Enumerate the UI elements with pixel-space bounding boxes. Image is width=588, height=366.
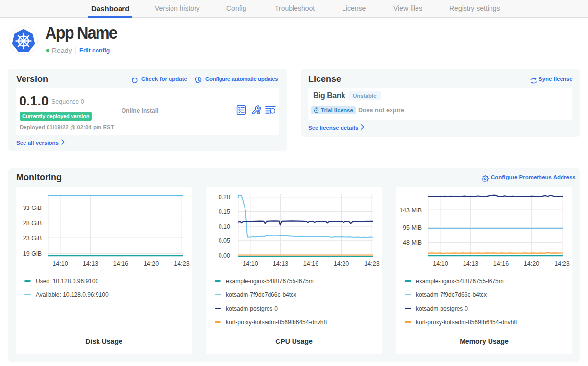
svg-text:95 MiB: 95 MiB — [403, 224, 422, 231]
svg-text:14:16: 14:16 — [493, 261, 509, 267]
svg-text:28 GiB: 28 GiB — [23, 220, 42, 227]
svg-text:0.15: 0.15 — [219, 209, 230, 215]
svg-text:33 GiB: 33 GiB — [23, 205, 42, 211]
svg-text:0.10: 0.10 — [219, 223, 230, 230]
svg-text:14:10: 14:10 — [52, 261, 68, 267]
svg-text:14:10: 14:10 — [243, 261, 258, 267]
svg-text:14:13: 14:13 — [83, 261, 98, 267]
svg-text:14:13: 14:13 — [273, 261, 288, 267]
svg-text:14:16: 14:16 — [113, 261, 128, 267]
svg-text:14:10: 14:10 — [433, 261, 448, 267]
svg-text:19 GiB: 19 GiB — [23, 250, 42, 257]
svg-text:0.05: 0.05 — [219, 237, 230, 244]
svg-text:14:20: 14:20 — [144, 261, 159, 267]
svg-text:14:23: 14:23 — [364, 261, 379, 267]
svg-text:14:23: 14:23 — [174, 261, 189, 267]
svg-text:14:23: 14:23 — [554, 261, 569, 267]
svg-text:14:13: 14:13 — [463, 261, 478, 267]
svg-text:14:16: 14:16 — [303, 261, 318, 267]
svg-text:0.20: 0.20 — [219, 194, 230, 201]
svg-text:48 MiB: 48 MiB — [403, 239, 422, 246]
svg-text:14:20: 14:20 — [524, 261, 539, 267]
svg-text:23 GiB: 23 GiB — [23, 235, 42, 242]
svg-text:14:20: 14:20 — [334, 261, 349, 267]
svg-text:0.00: 0.00 — [219, 252, 230, 259]
svg-text:143 MiB: 143 MiB — [399, 207, 422, 214]
